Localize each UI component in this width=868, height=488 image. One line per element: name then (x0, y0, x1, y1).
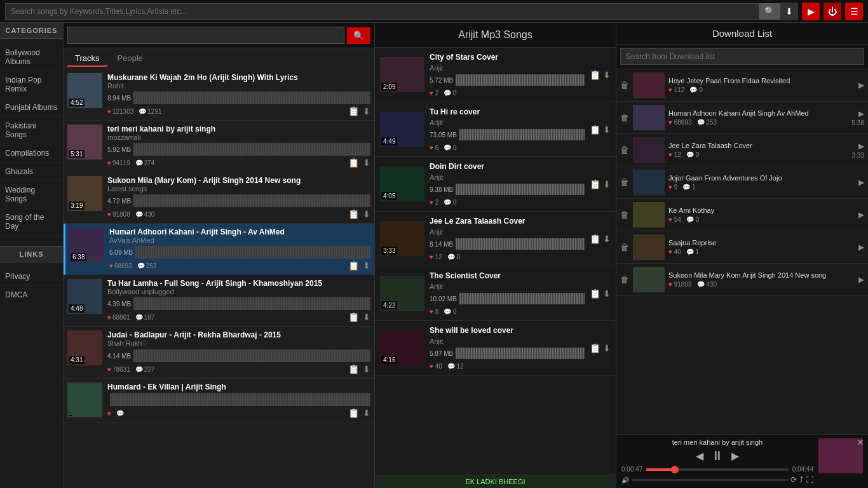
arijit-queue-btn[interactable]: 📋 (590, 179, 600, 189)
track-queue-btn[interactable]: 📋 (348, 106, 359, 116)
arijit-queue-btn[interactable]: 📋 (590, 288, 600, 299)
power-icon-btn[interactable]: ⏻ (824, 3, 841, 20)
track-download-btn[interactable]: ⬇ (363, 209, 370, 219)
np-close-btn[interactable]: ✕ (857, 437, 864, 447)
dl-play-btn[interactable]: ▶ (858, 210, 864, 219)
waveform[interactable] (135, 246, 370, 259)
arijit-waveform[interactable] (459, 129, 585, 140)
dl-play-btn[interactable]: ▶ (858, 142, 864, 151)
track-item[interactable]: 6:38 Humari Adhoori Kahani - Arijit Sing… (64, 224, 374, 275)
track-download-btn[interactable]: ⬇ (363, 408, 370, 418)
tab-tracks[interactable]: Tracks (67, 51, 107, 67)
track-item[interactable]: 3:19 Sukoon Mila (Mary Kom) - Arijit Sin… (64, 172, 374, 224)
arijit-download-btn[interactable]: ⬇ (603, 125, 611, 135)
track-download-btn[interactable]: ⬇ (363, 261, 370, 271)
download-icon-btn[interactable]: ⬇ (780, 3, 798, 20)
sidebar-item-pakistani-songs[interactable]: Pakistani Songs (0, 117, 63, 144)
track-queue-btn[interactable]: 📋 (348, 158, 359, 168)
dl-delete-btn[interactable]: 🗑 (620, 210, 629, 220)
waveform[interactable] (133, 92, 370, 104)
sidebar-item-punjabi-albums[interactable]: Punjabi Albums (0, 98, 63, 117)
waveform[interactable] (110, 393, 370, 406)
arijit-song-item[interactable]: 4:16 She will be loved cover Arijit 5.87… (375, 321, 616, 376)
sidebar-link-dmca[interactable]: DMCA (0, 286, 63, 304)
arijit-song-item[interactable]: 3:33 Jee Le Zara Talaash Cover Arijit 8.… (375, 212, 616, 266)
sidebar-item-compilations[interactable]: Compilations (0, 144, 63, 163)
arijit-queue-btn[interactable]: 📋 (590, 343, 600, 353)
youtube-icon-btn[interactable]: ▶ (802, 3, 820, 20)
track-item[interactable]: 4:52 Muskurane Ki Wajah 2m Ho (Arijit Si… (64, 69, 374, 121)
arijit-download-btn[interactable]: ⬇ (603, 234, 611, 244)
track-download-btn[interactable]: ⬇ (363, 158, 370, 168)
search-top-button[interactable]: 🔍 (759, 3, 780, 20)
track-search-input[interactable]: arijit (67, 27, 344, 44)
dl-list-item[interactable]: 🗑 Hoye Jetey Paari From Fidaa Revisited … (616, 69, 868, 102)
dl-list-item[interactable]: 🗑 Ke Ami Kothay ♥ 54 💬 0 ▶ (616, 199, 868, 231)
np-progress-bar[interactable] (646, 468, 788, 471)
arijit-waveform[interactable] (456, 238, 585, 250)
np-play-btn[interactable]: ⏸ (711, 449, 724, 463)
arijit-queue-btn[interactable]: 📋 (590, 70, 600, 80)
dl-delete-btn[interactable]: 🗑 (620, 80, 629, 90)
track-download-btn[interactable]: ⬇ (363, 106, 370, 116)
sidebar-item-indian-pop-remix[interactable]: Indian Pop Remix (0, 71, 63, 98)
np-repeat-btn[interactable]: ⟳ (790, 475, 797, 484)
np-next-btn[interactable]: ▶ (731, 450, 739, 462)
arijit-waveform[interactable] (456, 74, 585, 86)
dl-delete-btn[interactable]: 🗑 (620, 177, 629, 187)
waveform[interactable] (133, 143, 370, 156)
dl-play-btn[interactable]: ▶ (858, 109, 864, 118)
dl-delete-btn[interactable]: 🗑 (620, 112, 629, 123)
arijit-download-btn[interactable]: ⬇ (603, 288, 611, 299)
arijit-download-btn[interactable]: ⬇ (603, 179, 611, 189)
track-queue-btn[interactable]: 📋 (348, 209, 359, 219)
menu-icon-btn[interactable]: ☰ (845, 3, 863, 20)
track-item[interactable]: Humdard - Ek Villan | Arijit Singh ♥ 💬 📋… (64, 379, 374, 423)
track-queue-btn[interactable]: 📋 (348, 312, 359, 322)
dl-play-btn[interactable]: ▶ (858, 275, 864, 284)
track-queue-btn[interactable]: 📋 (348, 364, 359, 374)
sidebar-item-song-of-the-day[interactable]: Song of the Day (0, 208, 63, 236)
dl-delete-btn[interactable]: 🗑 (620, 145, 629, 155)
dl-list-item[interactable]: 🗑 Jee Le Zara Talaash Cover ♥ 12 💬 0 ▶ 3… (616, 134, 868, 166)
arijit-queue-btn[interactable]: 📋 (590, 125, 600, 135)
dl-search-input[interactable] (620, 48, 864, 65)
track-queue-btn[interactable]: 📋 (348, 261, 359, 271)
arijit-song-item[interactable]: 2:09 City of Stars Cover Arijit 5.72 MB … (375, 48, 616, 102)
dl-play-btn[interactable]: ▶ (858, 178, 864, 187)
track-search-button[interactable]: 🔍 (347, 27, 370, 44)
arijit-waveform[interactable] (456, 348, 585, 359)
track-item[interactable]: 4:48 Tu Har Lamha - Full Song - Arijit S… (64, 275, 374, 327)
tab-people[interactable]: People (110, 51, 151, 67)
arijit-song-item[interactable]: 4:22 The Scientist Cover Arijit 10.02 MB… (375, 266, 616, 321)
arijit-download-btn[interactable]: ⬇ (603, 70, 611, 80)
dl-list-item[interactable]: 🗑 Jojor Gaan From Adventures Of Jojo ♥ 9… (616, 166, 868, 199)
dl-list-item[interactable]: 🗑 Sukoon Mila Mary Kom Arijit Singh 2014… (616, 264, 868, 296)
sidebar-item-bollywood-albums[interactable]: Bollywood Albums (0, 44, 63, 71)
arijit-download-btn[interactable]: ⬇ (603, 343, 611, 353)
dl-delete-btn[interactable]: 🗑 (620, 242, 629, 252)
np-prev-btn[interactable]: ◀ (696, 450, 703, 462)
sidebar-link-privacy[interactable]: Privacy (0, 268, 63, 286)
track-item[interactable]: 5:31 teri meri kahani by arijit singh mo… (64, 121, 374, 172)
search-top-input[interactable] (5, 3, 759, 20)
track-item[interactable]: 4:31 Judai - Badlapur - Arijit - Rekha B… (64, 327, 374, 379)
arijit-waveform[interactable] (459, 293, 585, 304)
arijit-song-item[interactable]: 4:05 Doin Dirt cover Arijit 9.38 MB ♥ 2 … (375, 157, 616, 212)
np-volume-bar[interactable] (632, 479, 788, 481)
np-share-btn[interactable]: ⤴ (799, 475, 803, 484)
dl-list-item[interactable]: 🗑 Humari Adhoori Kahani Arijit Singh Av … (616, 102, 868, 134)
dl-delete-btn[interactable]: 🗑 (620, 274, 629, 285)
dl-play-btn[interactable]: ▶ (858, 243, 864, 252)
track-download-btn[interactable]: ⬇ (363, 364, 370, 374)
waveform[interactable] (133, 349, 370, 362)
track-queue-btn[interactable]: 📋 (348, 408, 359, 418)
arijit-queue-btn[interactable]: 📋 (590, 234, 600, 244)
dl-play-btn[interactable]: ▶ (858, 81, 864, 90)
waveform[interactable] (133, 297, 370, 310)
track-download-btn[interactable]: ⬇ (363, 312, 370, 322)
arijit-song-item[interactable]: 4:49 Tu Hi re cover Arijit 73.05 MB ♥ 6 … (375, 102, 616, 157)
sidebar-item-wedding-songs[interactable]: Wedding Songs (0, 181, 63, 208)
dl-list-item[interactable]: 🗑 Saajna Reprise ♥ 40 💬 1 ▶ (616, 231, 868, 264)
sidebar-item-ghazals[interactable]: Ghazals (0, 163, 63, 181)
